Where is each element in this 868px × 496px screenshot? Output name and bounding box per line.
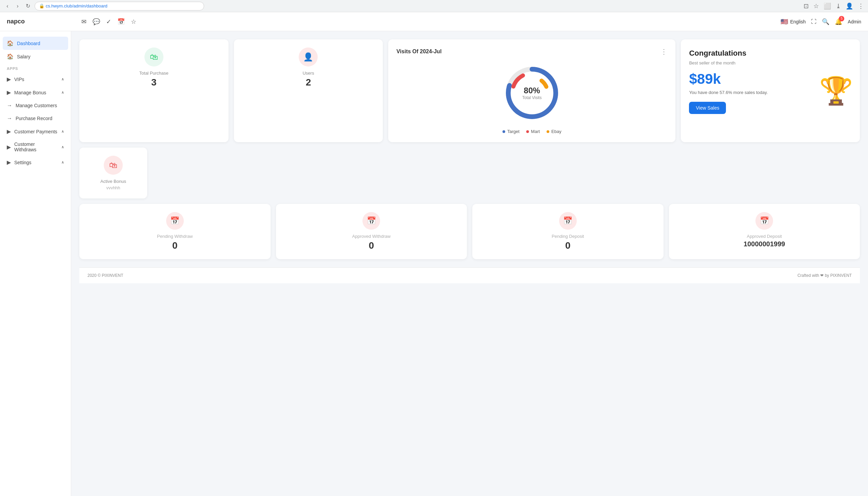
- donut-percentage: 80%: [522, 86, 542, 95]
- crafted-by: Crafted with ❤ by PIXINVENT: [798, 273, 852, 278]
- header-right: 🇺🇸 English ⛶ 🔍 🔔 5 Admin: [781, 18, 861, 26]
- app-container: napco ✉ 💬 ✓ 📅 ☆ 🇺🇸 English ⛶ 🔍 🔔 5 Admin: [0, 12, 868, 496]
- customer-payments-chevron: ∧: [61, 129, 64, 134]
- approved-withdraw-icon: 📅: [363, 212, 380, 230]
- search-icon[interactable]: 🔍: [822, 18, 829, 26]
- star-icon[interactable]: ☆: [131, 18, 136, 26]
- approved-deposit-icon: 📅: [755, 212, 773, 230]
- settings-chevron: ∧: [61, 160, 64, 165]
- active-bonus-card: 🛍 Active Bonus vvvhhh: [79, 148, 147, 199]
- chart-header: Visits Of 2024-Jul ⋮: [396, 47, 667, 56]
- apps-section-label: APPS: [0, 63, 71, 73]
- sidebar-item-manage-customers[interactable]: → Manage Customers: [0, 99, 71, 112]
- users-label: Users: [303, 71, 314, 76]
- pending-withdraw-icon: 📅: [166, 212, 184, 230]
- reload-button[interactable]: ↻: [25, 3, 31, 10]
- congrats-title: Congratulations: [689, 49, 852, 58]
- screenshot-icon[interactable]: ⊡: [804, 2, 809, 10]
- bookmark-icon[interactable]: ☆: [814, 2, 819, 10]
- forward-button[interactable]: ›: [14, 3, 21, 10]
- approved-deposit-value: 10000001999: [743, 240, 785, 248]
- pending-deposit-value: 0: [565, 240, 570, 251]
- ebay-dot: [547, 130, 549, 133]
- dashboard-icon: 🏠: [7, 40, 14, 46]
- donut-center: 80% Total Visits: [522, 86, 542, 100]
- donut-label: Total Visits: [522, 95, 542, 100]
- vips-icon: ▶: [7, 76, 11, 82]
- target-dot: [502, 130, 505, 133]
- users-value: 2: [306, 77, 311, 88]
- chart-more-icon[interactable]: ⋮: [660, 47, 667, 56]
- manage-bonus-icon: ▶: [7, 89, 11, 96]
- check-icon[interactable]: ✓: [106, 18, 111, 26]
- second-cards-row: 🛍 Active Bonus vvvhhh: [79, 148, 860, 199]
- total-purchase-value: 3: [151, 77, 157, 88]
- pending-withdraw-label: Pending Withdraw: [157, 234, 193, 239]
- extensions-icon[interactable]: ⬜: [824, 2, 831, 10]
- customer-withdraws-chevron: ∧: [61, 145, 64, 149]
- top-header: napco ✉ 💬 ✓ 📅 ☆ 🇺🇸 English ⛶ 🔍 🔔 5 Admin: [0, 12, 868, 31]
- pending-withdraw-value: 0: [172, 240, 178, 251]
- admin-label: Admin: [848, 19, 861, 25]
- bottom-cards-row: 📅 Pending Withdraw 0 📅 Approved Withdraw…: [79, 204, 860, 259]
- download-icon[interactable]: ⤓: [836, 2, 841, 10]
- view-sales-button[interactable]: View Sales: [689, 102, 726, 114]
- notification-bell[interactable]: 🔔 5: [835, 18, 842, 26]
- vips-chevron: ∧: [61, 77, 64, 81]
- main-content: 🛍 Total Purchase 3 👤 Users 2 Visits Of 2…: [71, 31, 868, 496]
- mail-icon[interactable]: ✉: [81, 18, 86, 26]
- sidebar-item-dashboard[interactable]: 🏠 Dashboard: [3, 37, 68, 50]
- back-button[interactable]: ‹: [4, 3, 11, 10]
- customer-withdraws-icon: ▶: [7, 144, 11, 150]
- sidebar-item-purchase-record[interactable]: → Purchase Record: [0, 112, 71, 125]
- header-icons: ✉ 💬 ✓ 📅 ☆: [81, 18, 136, 26]
- pending-deposit-icon: 📅: [559, 212, 577, 230]
- users-icon: 👤: [299, 47, 318, 66]
- approved-deposit-card: 📅 Approved Deposit 10000001999: [669, 204, 860, 259]
- total-purchase-card: 🛍 Total Purchase 3: [79, 40, 228, 142]
- sidebar-item-manage-bonus[interactable]: ▶ Manage Bonus ∧: [0, 86, 71, 99]
- users-card: 👤 Users 2: [234, 40, 383, 142]
- pending-withdraw-card: 📅 Pending Withdraw 0: [79, 204, 271, 259]
- language-selector[interactable]: 🇺🇸 English: [781, 18, 806, 26]
- notification-badge: 5: [839, 16, 844, 21]
- active-bonus-value: vvvhhh: [106, 185, 120, 190]
- chart-title: Visits Of 2024-Jul: [396, 48, 441, 55]
- url-bar[interactable]: 🔒 cs.hwym.club/admin/dashboard: [35, 2, 204, 11]
- browser-right-icons: ⊡ ☆ ⬜ ⤓ 👤 ⋮: [804, 2, 864, 10]
- manage-bonus-chevron: ∧: [61, 90, 64, 95]
- sidebar-item-customer-payments[interactable]: ▶ Customer Payments ∧: [0, 125, 71, 138]
- sidebar-item-vips[interactable]: ▶ VIPs ∧: [0, 73, 71, 86]
- calendar-icon[interactable]: 📅: [117, 18, 125, 26]
- salary-icon: 🏠: [7, 53, 14, 60]
- legend-target: Target: [502, 129, 519, 134]
- sidebar-item-customer-withdraws[interactable]: ▶ Customer Withdraws ∧: [0, 138, 71, 156]
- chat-icon[interactable]: 💬: [93, 18, 100, 26]
- donut-chart: 80% Total Visits: [501, 62, 563, 124]
- footer: 2020 © PIXINVENT Crafted with ❤ by PIXIN…: [79, 267, 860, 283]
- congrats-card: Congratulations Best seller of the month…: [681, 40, 860, 142]
- sidebar-item-settings[interactable]: ▶ Settings ∧: [0, 156, 71, 169]
- customer-payments-icon: ▶: [7, 128, 11, 135]
- mart-dot: [526, 130, 529, 133]
- pending-deposit-card: 📅 Pending Deposit 0: [472, 204, 663, 259]
- congrats-sub: Best seller of the month: [689, 60, 852, 65]
- total-purchase-icon: 🛍: [144, 47, 163, 66]
- sidebar: 🏠 Dashboard 🏠 Salary APPS ▶ VIPs ∧ ▶ Man…: [0, 31, 71, 496]
- pending-deposit-label: Pending Deposit: [552, 234, 584, 239]
- sidebar-item-salary[interactable]: 🏠 Salary: [0, 50, 71, 63]
- brand-name: napco: [7, 18, 75, 25]
- menu-icon[interactable]: ⋮: [858, 2, 864, 10]
- legend-ebay: Ebay: [547, 129, 562, 134]
- manage-customers-icon: →: [7, 103, 12, 109]
- settings-icon: ▶: [7, 159, 11, 166]
- profile-icon[interactable]: 👤: [846, 2, 853, 10]
- approved-deposit-label: Approved Deposit: [747, 234, 782, 239]
- total-purchase-label: Total Purchase: [139, 71, 168, 76]
- fullscreen-icon[interactable]: ⛶: [811, 19, 817, 25]
- visits-chart-card: Visits Of 2024-Jul ⋮: [388, 40, 675, 142]
- flag-icon: 🇺🇸: [781, 18, 788, 26]
- donut-chart-container: 80% Total Visits Target Mart: [396, 62, 667, 134]
- purchase-record-icon: →: [7, 115, 12, 122]
- browser-bar: ‹ › ↻ 🔒 cs.hwym.club/admin/dashboard ⊡ ☆…: [0, 0, 868, 12]
